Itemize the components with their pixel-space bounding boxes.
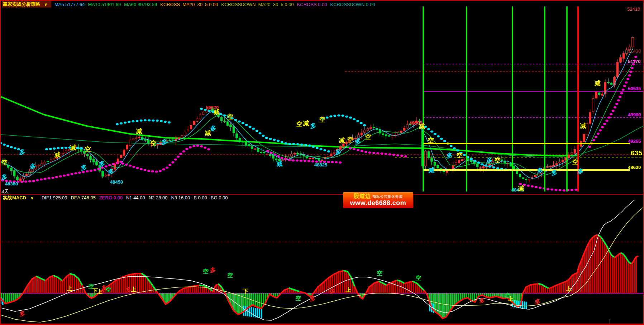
axis-label-48630: 48630 [628, 165, 641, 170]
signal-glyph: 多 [310, 123, 316, 129]
price-label-48450: 48450 [110, 179, 123, 185]
macd-signal-glyph: 多 [125, 287, 131, 293]
pane-divider[interactable] [1, 194, 644, 195]
macd-signal-glyph: 下 [243, 288, 248, 294]
signal-glyph: 空 [457, 152, 463, 159]
signal-glyph: 减 [303, 120, 309, 126]
signal-glyph: 多 [210, 125, 216, 131]
price-label-48825: 48825 [314, 162, 327, 168]
macd-signal-glyph: 空 [203, 269, 209, 275]
macd-signal-glyph: 多 [330, 288, 335, 294]
axis-label-50535: 50535 [628, 86, 641, 91]
main-indicator-title-text: 赢家实战分析策略 [3, 1, 40, 7]
watermark-url: www.de6688.com [343, 199, 413, 207]
macd-value-dif1: DIF1 925.09 [42, 195, 67, 200]
macd-value-dea: DEA 746.05 [71, 195, 95, 200]
macd-indicator-title-text: 实战MACD [3, 195, 26, 200]
macd-indicator-header: 实战MACD∨ DIF1 925.09DEA 746.05ZERO 0.00N1… [2, 195, 235, 200]
signal-glyph: 多 [552, 170, 558, 176]
watermark-tagline: 指标公式量化资源 [372, 194, 402, 199]
signal-glyph: 减 [419, 123, 425, 129]
macd-signal-glyph: 多 [479, 298, 485, 304]
macd-value-zero: ZERO 0.00 [99, 195, 123, 200]
signal-glyph: 多 [162, 139, 168, 145]
signal-glyph: 减 [595, 80, 601, 86]
chevron-down-icon[interactable]: ∨ [30, 196, 34, 200]
macd-value-n1: N1 44.00 [126, 195, 145, 200]
signal-glyph: 减 [580, 123, 586, 129]
main-indicator-header: 赢家实战分析策略∨ MA5 51777.64MA10 51401.69MA60 … [2, 1, 381, 8]
signal-glyph: 空 [572, 159, 578, 165]
macd-signal-glyph: 空 [415, 275, 421, 281]
indicator-value-kcross-ma20-30-5: KCROSS_MA20_30_5 0.00 [160, 2, 218, 7]
signal-glyph: 多 [108, 169, 114, 175]
signal-glyph: 空 [296, 121, 302, 127]
price-label-48380: 48380 [5, 181, 18, 186]
signal-glyph: 多 [578, 168, 584, 174]
signal-glyph: 减 [70, 145, 76, 151]
signal-glyph: 多 [99, 161, 105, 167]
axis-label-51170: 51170 [628, 59, 640, 64]
macd-value-b: B 0.00 [194, 195, 207, 200]
signal-glyph: 减 [205, 130, 211, 136]
macd-indicator-values: DIF1 925.09DEA 746.05ZERO 0.00N1 44.00N2… [42, 195, 232, 200]
signal-glyph: 空 [1, 160, 8, 166]
signal-glyph: 多 [487, 157, 493, 163]
axis-label-49265: 49265 [628, 139, 641, 144]
macd-signal-glyph: 多 [19, 311, 25, 317]
axis-label-52410: 52410 [627, 6, 640, 12]
macd-signal-glyph: 上 [345, 287, 351, 293]
indicator-value-kcrossdown-ma20-30-5: KCROSSDOWN_MA20_30_5 0.00 [221, 2, 294, 7]
macd-signal-glyph: 空 [227, 273, 233, 278]
signal-glyph: 空 [85, 146, 91, 152]
signal-glyph: 空 [365, 134, 371, 140]
indicator-value-ma10: MA10 51401.69 [88, 2, 121, 7]
macd-signal-glyph: 上 [508, 296, 514, 302]
macd-signal-glyph: 多 [210, 267, 216, 273]
indicator-value-ma60: MA60 49793.59 [124, 2, 157, 7]
chevron-down-icon[interactable]: ∨ [44, 2, 47, 6]
signal-glyph: 减 [339, 137, 345, 144]
signal-glyph: 空 [428, 137, 434, 144]
signal-glyph: 多 [30, 163, 36, 169]
signal-glyph: 多 [447, 152, 453, 159]
macd-indicator-title[interactable]: 实战MACD∨ [2, 195, 38, 201]
macd-value-bg: BG 0.00 [211, 195, 228, 200]
watermark-badge[interactable]: 股道边 指标公式量化资源 www.de6688.com [343, 192, 413, 208]
macd-signal-glyph: 多 [310, 296, 315, 302]
signal-glyph: 空 [347, 137, 353, 143]
axis-label-635: 635 [631, 149, 642, 157]
signal-glyph: 减 [136, 128, 142, 134]
signal-glyph: 减 [429, 167, 435, 173]
indicator-value-kcrossdown: KCROSSDOWN 0.00 [330, 2, 375, 7]
main-indicator-values: MA5 51777.64MA10 51401.69MA60 49793.59KC… [54, 2, 378, 7]
signal-glyph: 空 [227, 114, 233, 120]
indicator-value-kcross: KCROSS 0.00 [297, 2, 327, 7]
signal-glyph: 多 [1, 174, 8, 180]
macd-signal-glyph: 上 [566, 286, 572, 292]
signal-glyph: 空 [495, 157, 501, 164]
macd-signal-glyph: 多 [535, 299, 540, 305]
period-label: 3天 [1, 188, 9, 195]
signal-glyph: 多 [81, 165, 87, 171]
signal-glyph: 减 [54, 152, 61, 158]
main-indicator-title[interactable]: 赢家实战分析策略∨ [2, 1, 51, 8]
signal-glyph: 空 [319, 117, 325, 123]
macd-signal-glyph: 上 [67, 286, 73, 291]
macd-signal-glyph: 空 [295, 296, 301, 301]
axis-label-49900: 49900 [628, 112, 641, 117]
macd-signal-glyph: 空 [377, 271, 382, 276]
axis-label-51430: 51430 [628, 48, 641, 54]
signal-glyph: 多 [335, 149, 342, 155]
signal-glyph: 空 [151, 140, 157, 146]
macd-signal-glyph: 上 [131, 287, 137, 292]
macd-value-n3: N3 16.00 [171, 195, 190, 200]
macd-value-n2: N2 28.00 [149, 195, 168, 200]
signal-glyph: 减 [277, 161, 283, 167]
signal-glyph: 多 [19, 149, 25, 155]
signal-glyph: 多 [355, 139, 361, 145]
trading-app-window: 赢家实战分析策略∨ MA5 51777.64MA10 51401.69MA60 … [0, 0, 644, 325]
watermark-brand: 股道边 [354, 193, 371, 199]
signal-glyph: 多 [537, 168, 543, 174]
indicator-value-ma5: MA5 51777.64 [54, 2, 85, 7]
